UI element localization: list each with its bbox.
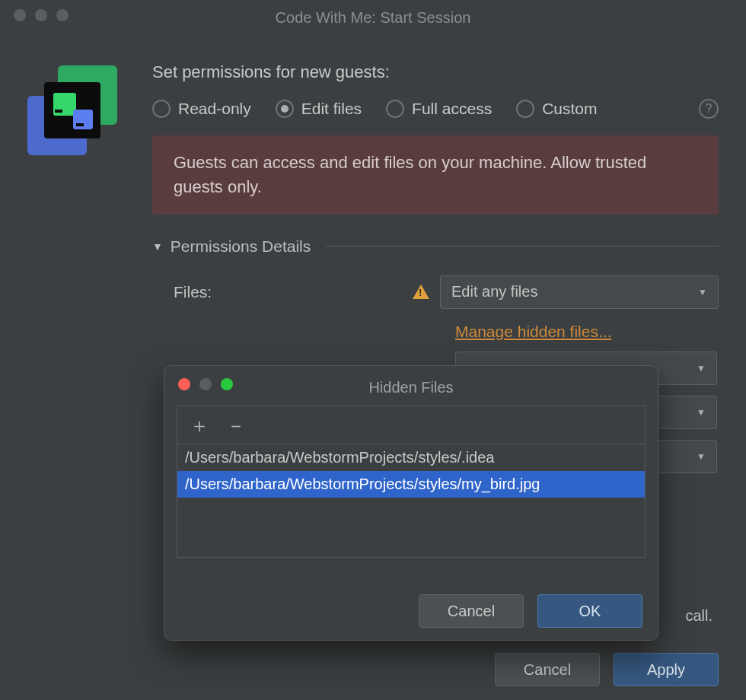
radio-icon — [386, 100, 404, 118]
manage-hidden-files-link[interactable]: Manage hidden files... — [455, 323, 611, 340]
files-permission-row: Files: Edit any files ▼ — [152, 275, 719, 309]
traffic-minimize-icon[interactable] — [199, 378, 212, 390]
hidden-files-modal: Hidden Files ＋ － /Users/barbara/Webstorm… — [164, 365, 658, 641]
main-cancel-button[interactable]: Cancel — [495, 653, 600, 686]
radio-full-access[interactable]: Full access — [386, 100, 492, 118]
radio-custom-label: Custom — [542, 100, 597, 118]
permission-radio-row: Read-only Edit files Full access Custom … — [152, 99, 719, 119]
permission-warning-text: Guests can access and edit files on your… — [174, 153, 646, 196]
manage-hidden-files-row: Manage hidden files... — [152, 323, 719, 341]
code-with-me-logo-icon — [27, 65, 119, 157]
modal-titlebar: Hidden Files — [164, 366, 658, 402]
svg-rect-6 — [76, 123, 84, 126]
radio-icon — [152, 100, 171, 118]
svg-rect-4 — [73, 110, 93, 129]
remove-icon[interactable]: － — [226, 415, 246, 435]
main-cancel-label: Cancel — [524, 661, 571, 679]
truncated-text-fragment: call. — [685, 607, 713, 625]
traffic-zoom-icon[interactable] — [56, 9, 69, 21]
files-select-value: Edit any files — [451, 283, 537, 301]
logo-area — [27, 62, 125, 473]
radio-icon — [276, 100, 294, 118]
warning-triangle-icon — [413, 285, 429, 299]
modal-title: Hidden Files — [164, 379, 658, 396]
modal-toolbar: ＋ － — [177, 406, 646, 444]
traffic-close-icon[interactable] — [14, 9, 26, 21]
chevron-down-icon: ▼ — [697, 407, 706, 418]
main-apply-label: Apply — [647, 661, 685, 679]
list-item[interactable]: /Users/barbara/WebstormProjects/styles/.… — [177, 444, 645, 471]
radio-read-only[interactable]: Read-only — [152, 100, 251, 118]
permissions-details-label: Permissions Details — [171, 237, 311, 256]
radio-full-access-label: Full access — [412, 100, 492, 118]
chevron-down-icon: ▼ — [698, 287, 707, 298]
traffic-close-icon[interactable] — [178, 378, 190, 390]
traffic-zoom-icon[interactable] — [221, 378, 233, 390]
modal-ok-button[interactable]: OK — [537, 594, 642, 628]
radio-custom[interactable]: Custom — [516, 100, 597, 118]
traffic-minimize-icon[interactable] — [35, 9, 47, 21]
chevron-down-icon: ▼ — [697, 451, 706, 462]
help-icon[interactable]: ? — [699, 99, 719, 119]
radio-read-only-label: Read-only — [178, 100, 251, 118]
main-footer-buttons: Cancel Apply — [495, 653, 719, 686]
chevron-down-icon: ▼ — [152, 240, 163, 253]
svg-rect-5 — [55, 110, 62, 113]
main-apply-button[interactable]: Apply — [614, 653, 719, 686]
radio-edit-files-label: Edit files — [301, 100, 362, 118]
files-label: Files: — [174, 283, 402, 301]
radio-icon — [516, 100, 534, 118]
hidden-files-list[interactable]: /Users/barbara/WebstormProjects/styles/.… — [177, 444, 646, 558]
modal-ok-label: OK — [579, 603, 601, 620]
modal-cancel-label: Cancel — [448, 603, 495, 620]
permissions-details-header[interactable]: ▼ Permissions Details — [152, 237, 719, 256]
main-titlebar: Code With Me: Start Session — [0, 0, 746, 32]
main-window-title: Code With Me: Start Session — [12, 9, 734, 27]
modal-cancel-button[interactable]: Cancel — [419, 594, 524, 628]
main-traffic-lights — [14, 9, 69, 21]
radio-edit-files[interactable]: Edit files — [276, 100, 362, 118]
modal-traffic-lights — [178, 378, 233, 390]
permissions-section-title: Set permissions for new guests: — [152, 62, 719, 82]
files-permission-select[interactable]: Edit any files ▼ — [440, 275, 719, 309]
list-item[interactable]: /Users/barbara/WebstormProjects/styles/m… — [177, 471, 645, 498]
chevron-down-icon: ▼ — [697, 363, 706, 374]
divider — [326, 246, 719, 247]
modal-footer-buttons: Cancel OK — [419, 594, 642, 628]
add-icon[interactable]: ＋ — [190, 415, 209, 435]
permission-warning-banner: Guests can access and edit files on your… — [152, 135, 719, 215]
